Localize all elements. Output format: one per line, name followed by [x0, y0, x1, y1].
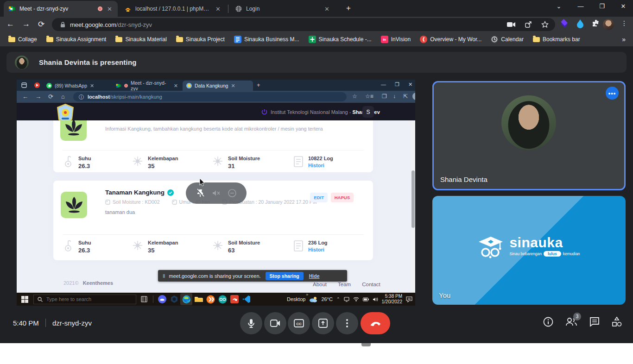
edge-reload-icon[interactable]: ⟳	[48, 93, 53, 100]
file-explorer-icon[interactable]	[192, 293, 204, 305]
action-center-icon[interactable]	[406, 296, 412, 302]
edge-address-bar[interactable]: i localhost/skripsi-main/kangkung	[73, 92, 347, 101]
edit-button[interactable]: EDIT	[310, 193, 328, 201]
edge-tab-meet[interactable]: Meet - dzr-snyd-zyv ✕	[112, 81, 182, 91]
tab-close-icon[interactable]: ✕	[106, 6, 113, 13]
volume-icon[interactable]	[373, 297, 378, 302]
delete-button[interactable]: HAPUS	[331, 193, 354, 201]
bookmark-calendar[interactable]: Calendar	[487, 34, 527, 44]
edge-taskbar-icon[interactable]	[180, 293, 192, 305]
favorites-star-icon[interactable]: ☆	[352, 93, 357, 100]
edge-back-icon[interactable]: ←	[22, 93, 28, 100]
extension-purple-icon[interactable]	[560, 19, 569, 28]
histori-link[interactable]: Histori	[308, 247, 328, 252]
search-input[interactable]	[46, 296, 125, 302]
back-icon[interactable]: ←	[6, 19, 14, 29]
tab-phpmyadmin[interactable]: localhost / 127.0.0.1 | phpMyAdm ✕	[120, 1, 226, 17]
end-call-button[interactable]	[361, 312, 390, 334]
bookmark-sinauka-assignment[interactable]: Sinauka Assignment	[43, 35, 110, 44]
edge-share-icon[interactable]: ⇱	[403, 93, 408, 100]
hidden-icons-chevron[interactable]: ⌃	[336, 297, 340, 301]
more-options-button[interactable]	[336, 312, 358, 334]
bookmark-collage[interactable]: Collage	[5, 35, 41, 44]
desktop-toolbar[interactable]: »Desktop	[287, 296, 305, 302]
tab-search-icon[interactable]	[21, 82, 27, 88]
footer-brand[interactable]: Keenthemes	[83, 280, 113, 286]
bookmark-sinauka-business[interactable]: Sinauka Business M...	[230, 34, 303, 44]
weather-icon[interactable]	[309, 296, 317, 302]
extension-drop-icon[interactable]	[576, 19, 584, 28]
user-avatar-letter[interactable]: S	[362, 106, 374, 118]
unity-icon[interactable]	[168, 293, 180, 305]
camera-button[interactable]	[264, 312, 286, 334]
camera-in-use-icon[interactable]	[507, 22, 515, 27]
tab-close-icon[interactable]: ✕	[231, 83, 235, 89]
remove-icon[interactable]	[228, 188, 237, 198]
start-button[interactable]	[19, 293, 31, 305]
window-restore-icon[interactable]: ❐	[597, 3, 607, 10]
window-chevron-icon[interactable]: ⌄	[554, 3, 563, 10]
chat-icon[interactable]	[589, 317, 600, 327]
footer-link-about[interactable]: About	[313, 282, 327, 287]
tab-login[interactable]: Login ✕	[230, 1, 335, 17]
unpin-icon[interactable]	[196, 188, 205, 198]
activities-icon[interactable]	[612, 317, 622, 327]
downloads-icon[interactable]: ↓	[393, 93, 396, 100]
collections-icon[interactable]: ☆≡	[365, 93, 373, 100]
bookmark-invision[interactable]: inInVision	[377, 34, 414, 44]
extensions-puzzle-icon[interactable]	[592, 19, 600, 27]
edge-tab-whatsapp[interactable]: (89) WhatsApp ✕	[43, 81, 111, 91]
bookmark-sinauka-schedule[interactable]: Sinauka Schedule -...	[305, 34, 375, 44]
footer-link-team[interactable]: Team	[338, 282, 351, 287]
people-button[interactable]: 3	[565, 317, 577, 326]
wifi-icon[interactable]	[353, 297, 359, 301]
present-button[interactable]	[312, 312, 334, 334]
edge-new-tab-icon[interactable]: +	[257, 82, 260, 88]
captions-button[interactable]: CC	[288, 312, 310, 334]
desktop-overflow-icon[interactable]: »	[306, 292, 308, 297]
reload-icon[interactable]: ⟳	[38, 19, 44, 29]
address-bar[interactable]: meet.google.com/dzr-snyd-zyv	[52, 18, 555, 31]
window-close-icon[interactable]: ✕	[619, 3, 628, 10]
share-icon[interactable]	[525, 21, 532, 28]
bookmarks-overflow-icon[interactable]: »	[622, 36, 626, 43]
vscode-icon[interactable]	[241, 293, 253, 305]
temperature-label[interactable]: 26°C	[321, 296, 333, 302]
scrollbar-thumb[interactable]	[411, 170, 415, 228]
taskbar-search[interactable]	[33, 295, 136, 304]
tab-close-icon[interactable]: ✕	[174, 83, 178, 89]
bookmark-bookmarks-bar[interactable]: Bookmarks bar	[529, 35, 584, 44]
edge-restore-icon[interactable]: ❐	[395, 82, 399, 88]
youtube-pinned-icon[interactable]	[34, 82, 40, 88]
power-icon[interactable]	[261, 109, 267, 115]
tab-meet[interactable]: Meet - dzr-snyd-zyv ✕	[4, 1, 118, 17]
bookmark-sinauka-material[interactable]: Sinauka Material	[112, 35, 170, 44]
drag-handle-icon[interactable]: ‖	[163, 273, 165, 279]
tab-close-icon[interactable]: ✕	[323, 6, 330, 13]
battery-icon[interactable]	[363, 297, 369, 301]
task-view-icon[interactable]	[138, 293, 150, 305]
profile-avatar[interactable]	[603, 19, 614, 30]
window-minimize-icon[interactable]: —	[576, 3, 585, 10]
edge-minimize-icon[interactable]: —	[381, 82, 386, 87]
bookmark-sinauka-project[interactable]: Sinauka Project	[172, 35, 228, 44]
edge-home-icon[interactable]: ⌂	[61, 93, 65, 100]
discord-icon[interactable]	[156, 293, 168, 305]
histori-link[interactable]: Histori	[308, 163, 333, 168]
tile-more-button[interactable]: •••	[606, 87, 619, 100]
bookmark-overview[interactable]: Overview - My Wor...	[416, 34, 485, 44]
participant-tile-you[interactable]: sinauka Sinau bebarengan lulus kemudian …	[432, 196, 626, 305]
hide-link[interactable]: Hide	[309, 273, 320, 279]
edge-close-icon[interactable]: ✕	[408, 82, 412, 88]
edge-forward-icon[interactable]: →	[35, 93, 41, 100]
arduino-icon[interactable]	[216, 293, 228, 305]
edge-tab-data-kangkung[interactable]: Data Kangkung ✕	[183, 81, 253, 91]
tab-close-icon[interactable]: ✕	[215, 6, 222, 13]
participant-tile-shania[interactable]: ••• Shania Devinta	[432, 81, 626, 190]
tab-close-icon[interactable]: ✕	[90, 83, 94, 89]
xampp-icon[interactable]	[204, 293, 216, 305]
info-icon[interactable]	[543, 317, 553, 327]
workspaces-icon[interactable]: ❐	[382, 93, 387, 100]
bookmark-star-icon[interactable]	[541, 21, 549, 28]
kebab-menu-icon[interactable]: ⋮	[621, 19, 627, 27]
